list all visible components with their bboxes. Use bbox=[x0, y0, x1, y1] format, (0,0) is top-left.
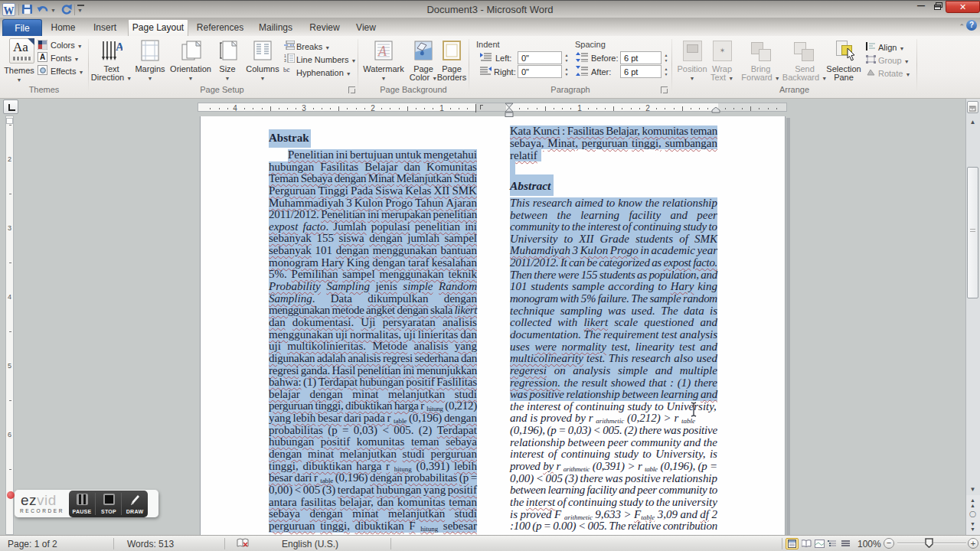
svg-text:3: 3 bbox=[284, 58, 286, 63]
svg-text:A: A bbox=[116, 41, 122, 53]
svg-text:A: A bbox=[377, 44, 387, 59]
